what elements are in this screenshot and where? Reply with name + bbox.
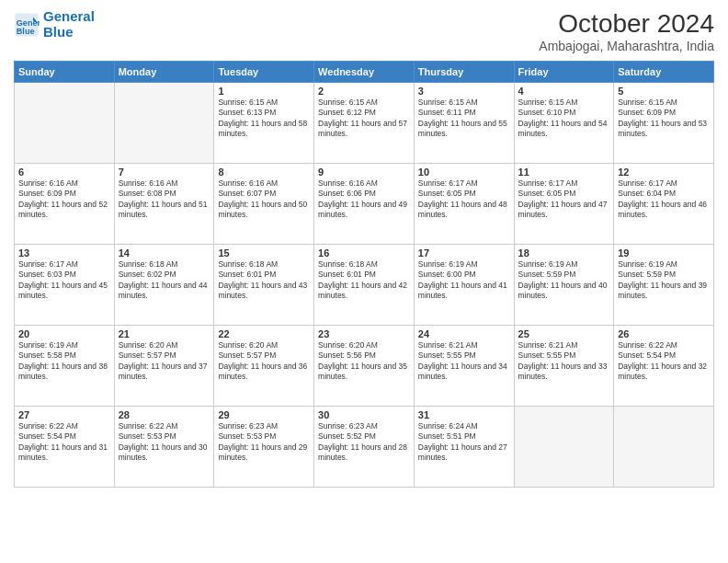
day-info: Sunrise: 6:17 AM Sunset: 6:05 PM Dayligh… <box>518 178 610 221</box>
day-number: 19 <box>618 247 710 259</box>
day-info: Sunrise: 6:17 AM Sunset: 6:03 PM Dayligh… <box>18 259 110 302</box>
calendar-cell: 17Sunrise: 6:19 AM Sunset: 6:00 PM Dayli… <box>414 245 514 326</box>
day-number: 14 <box>119 247 210 259</box>
weekday-header: Friday <box>514 62 614 83</box>
calendar-cell <box>514 407 614 488</box>
calendar-week-row: 1Sunrise: 6:15 AM Sunset: 6:13 PM Daylig… <box>15 83 714 164</box>
day-number: 28 <box>119 409 210 420</box>
day-number: 20 <box>18 328 110 339</box>
calendar-cell: 1Sunrise: 6:15 AM Sunset: 6:13 PM Daylig… <box>214 83 314 164</box>
calendar-cell: 28Sunrise: 6:22 AM Sunset: 5:53 PM Dayli… <box>114 407 214 488</box>
day-info: Sunrise: 6:16 AM Sunset: 6:07 PM Dayligh… <box>218 178 310 221</box>
day-number: 7 <box>119 167 210 178</box>
logo-line1: General <box>43 9 95 25</box>
calendar-cell: 12Sunrise: 6:17 AM Sunset: 6:04 PM Dayli… <box>614 164 714 245</box>
day-info: Sunrise: 6:18 AM Sunset: 6:02 PM Dayligh… <box>119 259 210 302</box>
calendar-cell <box>114 83 214 164</box>
calendar-cell: 8Sunrise: 6:16 AM Sunset: 6:07 PM Daylig… <box>214 164 314 245</box>
main-title: October 2024 <box>539 9 714 39</box>
day-number: 25 <box>518 328 610 339</box>
day-number: 27 <box>18 409 110 420</box>
day-info: Sunrise: 6:17 AM Sunset: 6:05 PM Dayligh… <box>418 178 510 221</box>
day-info: Sunrise: 6:19 AM Sunset: 5:58 PM Dayligh… <box>18 340 110 383</box>
day-number: 21 <box>119 328 210 339</box>
calendar-cell: 27Sunrise: 6:22 AM Sunset: 5:54 PM Dayli… <box>15 407 115 488</box>
day-info: Sunrise: 6:16 AM Sunset: 6:08 PM Dayligh… <box>119 178 210 221</box>
calendar-cell: 23Sunrise: 6:20 AM Sunset: 5:56 PM Dayli… <box>314 326 415 407</box>
day-number: 13 <box>18 247 110 259</box>
day-info: Sunrise: 6:19 AM Sunset: 6:00 PM Dayligh… <box>418 259 510 302</box>
day-number: 23 <box>318 328 410 339</box>
day-info: Sunrise: 6:20 AM Sunset: 5:56 PM Dayligh… <box>318 340 410 383</box>
day-number: 18 <box>518 247 610 259</box>
calendar-cell: 21Sunrise: 6:20 AM Sunset: 5:57 PM Dayli… <box>114 326 214 407</box>
svg-text:Blue: Blue <box>17 26 35 35</box>
calendar-cell: 13Sunrise: 6:17 AM Sunset: 6:03 PM Dayli… <box>15 245 115 326</box>
day-number: 2 <box>318 86 410 97</box>
calendar-table: SundayMondayTuesdayWednesdayThursdayFrid… <box>14 61 714 488</box>
day-info: Sunrise: 6:17 AM Sunset: 6:04 PM Dayligh… <box>618 178 710 221</box>
day-info: Sunrise: 6:19 AM Sunset: 5:59 PM Dayligh… <box>518 259 610 302</box>
day-info: Sunrise: 6:15 AM Sunset: 6:11 PM Dayligh… <box>418 98 510 140</box>
day-info: Sunrise: 6:18 AM Sunset: 6:01 PM Dayligh… <box>218 259 310 302</box>
header: General Blue General Blue October 2024 A… <box>14 9 714 53</box>
calendar-cell: 14Sunrise: 6:18 AM Sunset: 6:02 PM Dayli… <box>114 245 214 326</box>
weekday-header: Thursday <box>414 62 514 83</box>
day-info: Sunrise: 6:23 AM Sunset: 5:53 PM Dayligh… <box>218 421 310 464</box>
calendar-cell: 9Sunrise: 6:16 AM Sunset: 6:06 PM Daylig… <box>314 164 415 245</box>
calendar-cell: 16Sunrise: 6:18 AM Sunset: 6:01 PM Dayli… <box>314 245 415 326</box>
page: General Blue General Blue October 2024 A… <box>0 0 728 563</box>
day-number: 9 <box>318 167 410 178</box>
calendar-cell: 4Sunrise: 6:15 AM Sunset: 6:10 PM Daylig… <box>514 83 614 164</box>
calendar-cell: 18Sunrise: 6:19 AM Sunset: 5:59 PM Dayli… <box>514 245 614 326</box>
day-number: 22 <box>218 328 310 339</box>
day-number: 30 <box>318 409 410 420</box>
calendar-cell: 30Sunrise: 6:23 AM Sunset: 5:52 PM Dayli… <box>314 407 415 488</box>
day-info: Sunrise: 6:23 AM Sunset: 5:52 PM Dayligh… <box>318 421 410 464</box>
calendar-cell: 29Sunrise: 6:23 AM Sunset: 5:53 PM Dayli… <box>214 407 314 488</box>
day-info: Sunrise: 6:20 AM Sunset: 5:57 PM Dayligh… <box>119 340 210 383</box>
calendar-cell: 22Sunrise: 6:20 AM Sunset: 5:57 PM Dayli… <box>214 326 314 407</box>
weekday-header: Tuesday <box>214 62 314 83</box>
day-number: 16 <box>318 247 410 259</box>
day-info: Sunrise: 6:24 AM Sunset: 5:51 PM Dayligh… <box>418 421 510 464</box>
calendar-cell: 19Sunrise: 6:19 AM Sunset: 5:59 PM Dayli… <box>614 245 714 326</box>
day-info: Sunrise: 6:22 AM Sunset: 5:54 PM Dayligh… <box>618 340 710 383</box>
title-block: October 2024 Ambajogai, Maharashtra, Ind… <box>539 9 714 53</box>
calendar-cell: 3Sunrise: 6:15 AM Sunset: 6:11 PM Daylig… <box>414 83 514 164</box>
calendar-cell: 26Sunrise: 6:22 AM Sunset: 5:54 PM Dayli… <box>614 326 714 407</box>
logo-line2: Blue <box>43 25 95 40</box>
day-info: Sunrise: 6:22 AM Sunset: 5:53 PM Dayligh… <box>119 421 210 464</box>
day-info: Sunrise: 6:21 AM Sunset: 5:55 PM Dayligh… <box>518 340 610 383</box>
calendar-week-row: 13Sunrise: 6:17 AM Sunset: 6:03 PM Dayli… <box>15 245 714 326</box>
weekday-header: Saturday <box>614 62 714 83</box>
logo-icon: General Blue <box>14 12 40 38</box>
day-number: 10 <box>418 167 510 178</box>
day-info: Sunrise: 6:15 AM Sunset: 6:13 PM Dayligh… <box>218 98 310 140</box>
day-info: Sunrise: 6:22 AM Sunset: 5:54 PM Dayligh… <box>18 421 110 464</box>
calendar-cell: 5Sunrise: 6:15 AM Sunset: 6:09 PM Daylig… <box>614 83 714 164</box>
calendar-cell: 10Sunrise: 6:17 AM Sunset: 6:05 PM Dayli… <box>414 164 514 245</box>
calendar-cell: 2Sunrise: 6:15 AM Sunset: 6:12 PM Daylig… <box>314 83 415 164</box>
day-number: 15 <box>218 247 310 259</box>
calendar-cell: 11Sunrise: 6:17 AM Sunset: 6:05 PM Dayli… <box>514 164 614 245</box>
subtitle: Ambajogai, Maharashtra, India <box>539 39 714 53</box>
weekday-header: Monday <box>114 62 214 83</box>
day-info: Sunrise: 6:15 AM Sunset: 6:12 PM Dayligh… <box>318 98 410 140</box>
weekday-header: Wednesday <box>314 62 415 83</box>
day-number: 1 <box>218 86 310 97</box>
day-info: Sunrise: 6:15 AM Sunset: 6:10 PM Dayligh… <box>518 98 610 140</box>
day-number: 24 <box>418 328 510 339</box>
day-number: 29 <box>218 409 310 420</box>
day-number: 3 <box>418 86 510 97</box>
day-number: 8 <box>218 167 310 178</box>
weekday-header: Sunday <box>15 62 115 83</box>
day-info: Sunrise: 6:20 AM Sunset: 5:57 PM Dayligh… <box>218 340 310 383</box>
day-info: Sunrise: 6:19 AM Sunset: 5:59 PM Dayligh… <box>618 259 710 302</box>
calendar-cell: 7Sunrise: 6:16 AM Sunset: 6:08 PM Daylig… <box>114 164 214 245</box>
day-number: 12 <box>618 167 710 178</box>
calendar-header-row: SundayMondayTuesdayWednesdayThursdayFrid… <box>15 62 714 83</box>
calendar-cell: 31Sunrise: 6:24 AM Sunset: 5:51 PM Dayli… <box>414 407 514 488</box>
calendar-cell: 25Sunrise: 6:21 AM Sunset: 5:55 PM Dayli… <box>514 326 614 407</box>
day-number: 31 <box>418 409 510 420</box>
